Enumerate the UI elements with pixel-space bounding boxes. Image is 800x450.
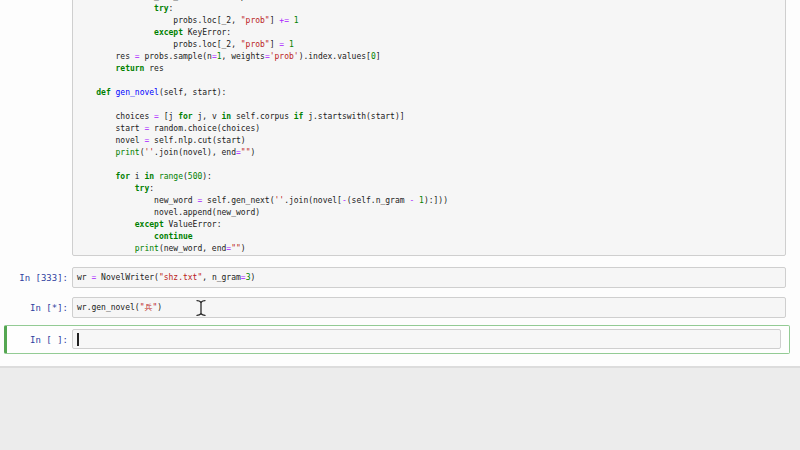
input-prompt-running: In [*]: bbox=[0, 302, 68, 314]
input-prompt-333: In [333]: bbox=[0, 272, 68, 284]
notebook-viewport: for _1, _2 in self.corpus: try: probs.lo… bbox=[0, 0, 800, 450]
ibeam-mouse-cursor-icon bbox=[195, 299, 207, 317]
code-cell-editor[interactable]: for _1, _2 in self.corpus: try: probs.lo… bbox=[72, 0, 786, 256]
code-input-333-content: wr = NovelWriter("shz.txt", n_gram=3) bbox=[73, 268, 785, 284]
code-input-running[interactable]: wr.gen_novel("兵") bbox=[72, 297, 786, 318]
code-editor-content: for _1, _2 in self.corpus: try: probs.lo… bbox=[73, 0, 785, 255]
page-lower-background bbox=[0, 366, 800, 450]
code-input-empty[interactable] bbox=[72, 329, 781, 349]
code-input-running-content: wr.gen_novel("兵") bbox=[73, 298, 785, 314]
code-input-333[interactable]: wr = NovelWriter("shz.txt", n_gram=3) bbox=[72, 267, 786, 288]
text-insertion-caret-icon bbox=[77, 333, 79, 346]
input-prompt-empty: In [ ]: bbox=[0, 334, 68, 346]
